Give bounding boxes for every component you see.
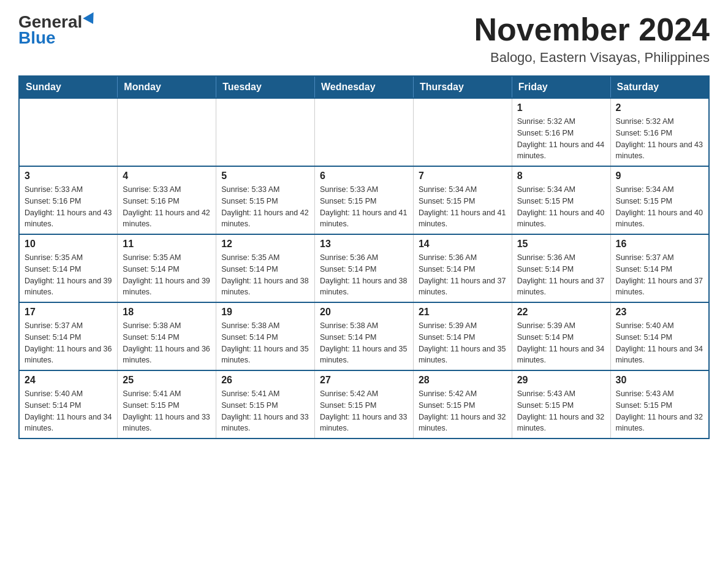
day-info: Sunrise: 5:40 AMSunset: 5:14 PMDaylight:…	[616, 320, 703, 366]
day-number: 6	[320, 170, 408, 182]
day-cell: 6Sunrise: 5:33 AMSunset: 5:15 PMDaylight…	[315, 166, 414, 234]
month-title: November 2024	[474, 12, 710, 47]
day-cell: 17Sunrise: 5:37 AMSunset: 5:14 PMDayligh…	[19, 302, 118, 370]
day-cell: 27Sunrise: 5:42 AMSunset: 5:15 PMDayligh…	[315, 370, 414, 439]
calendar-table: SundayMondayTuesdayWednesdayThursdayFrid…	[18, 75, 710, 439]
day-cell: 8Sunrise: 5:34 AMSunset: 5:15 PMDaylight…	[512, 166, 610, 234]
day-number: 3	[25, 170, 112, 182]
day-cell: 11Sunrise: 5:35 AMSunset: 5:14 PMDayligh…	[118, 234, 216, 302]
day-cell: 1Sunrise: 5:32 AMSunset: 5:16 PMDaylight…	[512, 98, 610, 166]
location: Balogo, Eastern Visayas, Philippines	[474, 50, 710, 66]
day-cell: 16Sunrise: 5:37 AMSunset: 5:14 PMDayligh…	[610, 234, 709, 302]
day-number: 17	[25, 307, 112, 318]
day-cell: 14Sunrise: 5:36 AMSunset: 5:14 PMDayligh…	[413, 234, 512, 302]
day-info: Sunrise: 5:39 AMSunset: 5:14 PMDaylight:…	[419, 320, 507, 366]
day-info: Sunrise: 5:39 AMSunset: 5:14 PMDaylight:…	[517, 320, 605, 366]
title-area: November 2024 Balogo, Eastern Visayas, P…	[474, 12, 710, 66]
header-thursday: Thursday	[413, 76, 512, 98]
day-cell: 30Sunrise: 5:43 AMSunset: 5:15 PMDayligh…	[610, 370, 709, 439]
logo-blue-text: Blue	[18, 28, 56, 48]
day-number: 13	[320, 239, 408, 250]
day-cell	[413, 98, 512, 166]
day-info: Sunrise: 5:36 AMSunset: 5:14 PMDaylight:…	[517, 252, 605, 298]
day-info: Sunrise: 5:34 AMSunset: 5:15 PMDaylight:…	[419, 184, 507, 230]
day-cell: 23Sunrise: 5:40 AMSunset: 5:14 PMDayligh…	[610, 302, 709, 370]
day-cell: 19Sunrise: 5:38 AMSunset: 5:14 PMDayligh…	[216, 302, 315, 370]
day-number: 10	[25, 239, 112, 250]
day-info: Sunrise: 5:43 AMSunset: 5:15 PMDaylight:…	[517, 388, 605, 434]
day-number: 9	[616, 170, 703, 182]
day-cell: 20Sunrise: 5:38 AMSunset: 5:14 PMDayligh…	[315, 302, 414, 370]
day-cell: 24Sunrise: 5:40 AMSunset: 5:14 PMDayligh…	[19, 370, 118, 439]
day-cell: 28Sunrise: 5:42 AMSunset: 5:15 PMDayligh…	[413, 370, 512, 439]
days-of-week-row: SundayMondayTuesdayWednesdayThursdayFrid…	[19, 76, 709, 98]
day-cell: 10Sunrise: 5:35 AMSunset: 5:14 PMDayligh…	[19, 234, 118, 302]
day-number: 12	[221, 239, 309, 250]
day-cell: 12Sunrise: 5:35 AMSunset: 5:14 PMDayligh…	[216, 234, 315, 302]
day-cell: 22Sunrise: 5:39 AMSunset: 5:14 PMDayligh…	[512, 302, 610, 370]
logo: General Blue	[18, 12, 97, 48]
day-number: 20	[320, 307, 408, 318]
day-cell: 13Sunrise: 5:36 AMSunset: 5:14 PMDayligh…	[315, 234, 414, 302]
calendar-header: SundayMondayTuesdayWednesdayThursdayFrid…	[19, 76, 709, 98]
day-number: 1	[517, 102, 605, 113]
day-cell	[216, 98, 315, 166]
week-row-4: 17Sunrise: 5:37 AMSunset: 5:14 PMDayligh…	[19, 302, 709, 370]
header-saturday: Saturday	[610, 76, 709, 98]
day-cell: 18Sunrise: 5:38 AMSunset: 5:14 PMDayligh…	[118, 302, 216, 370]
day-cell: 26Sunrise: 5:41 AMSunset: 5:15 PMDayligh…	[216, 370, 315, 439]
day-number: 19	[221, 307, 309, 318]
calendar-body: 1Sunrise: 5:32 AMSunset: 5:16 PMDaylight…	[19, 98, 709, 439]
day-info: Sunrise: 5:38 AMSunset: 5:14 PMDaylight:…	[221, 320, 309, 366]
day-number: 21	[419, 307, 507, 318]
day-cell: 5Sunrise: 5:33 AMSunset: 5:15 PMDaylight…	[216, 166, 315, 234]
day-info: Sunrise: 5:36 AMSunset: 5:14 PMDaylight:…	[419, 252, 507, 298]
day-info: Sunrise: 5:35 AMSunset: 5:14 PMDaylight:…	[123, 252, 211, 298]
week-row-2: 3Sunrise: 5:33 AMSunset: 5:16 PMDaylight…	[19, 166, 709, 234]
day-info: Sunrise: 5:33 AMSunset: 5:15 PMDaylight:…	[221, 184, 309, 230]
day-cell: 9Sunrise: 5:34 AMSunset: 5:15 PMDaylight…	[610, 166, 709, 234]
day-info: Sunrise: 5:35 AMSunset: 5:14 PMDaylight:…	[221, 252, 309, 298]
day-info: Sunrise: 5:43 AMSunset: 5:15 PMDaylight:…	[616, 388, 703, 434]
header-tuesday: Tuesday	[216, 76, 315, 98]
day-cell: 3Sunrise: 5:33 AMSunset: 5:16 PMDaylight…	[19, 166, 118, 234]
day-cell	[315, 98, 414, 166]
day-info: Sunrise: 5:33 AMSunset: 5:16 PMDaylight:…	[25, 184, 112, 230]
day-info: Sunrise: 5:41 AMSunset: 5:15 PMDaylight:…	[123, 388, 211, 434]
header-wednesday: Wednesday	[315, 76, 414, 98]
day-number: 30	[616, 375, 703, 386]
day-info: Sunrise: 5:41 AMSunset: 5:15 PMDaylight:…	[221, 388, 309, 434]
header-monday: Monday	[118, 76, 216, 98]
day-cell: 2Sunrise: 5:32 AMSunset: 5:16 PMDaylight…	[610, 98, 709, 166]
day-info: Sunrise: 5:33 AMSunset: 5:16 PMDaylight:…	[123, 184, 211, 230]
week-row-1: 1Sunrise: 5:32 AMSunset: 5:16 PMDaylight…	[19, 98, 709, 166]
week-row-3: 10Sunrise: 5:35 AMSunset: 5:14 PMDayligh…	[19, 234, 709, 302]
day-cell: 4Sunrise: 5:33 AMSunset: 5:16 PMDaylight…	[118, 166, 216, 234]
day-number: 24	[25, 375, 112, 386]
day-cell	[118, 98, 216, 166]
day-info: Sunrise: 5:34 AMSunset: 5:15 PMDaylight:…	[517, 184, 605, 230]
header-friday: Friday	[512, 76, 610, 98]
day-info: Sunrise: 5:38 AMSunset: 5:14 PMDaylight:…	[320, 320, 408, 366]
page-header: General Blue November 2024 Balogo, Easte…	[18, 12, 710, 66]
day-number: 16	[616, 239, 703, 250]
day-number: 29	[517, 375, 605, 386]
day-number: 14	[419, 239, 507, 250]
day-cell: 25Sunrise: 5:41 AMSunset: 5:15 PMDayligh…	[118, 370, 216, 439]
day-cell: 29Sunrise: 5:43 AMSunset: 5:15 PMDayligh…	[512, 370, 610, 439]
day-number: 22	[517, 307, 605, 318]
day-info: Sunrise: 5:32 AMSunset: 5:16 PMDaylight:…	[616, 116, 703, 162]
day-number: 7	[419, 170, 507, 182]
day-number: 26	[221, 375, 309, 386]
day-number: 15	[517, 239, 605, 250]
week-row-5: 24Sunrise: 5:40 AMSunset: 5:14 PMDayligh…	[19, 370, 709, 439]
day-info: Sunrise: 5:38 AMSunset: 5:14 PMDaylight:…	[123, 320, 211, 366]
day-number: 11	[123, 239, 211, 250]
day-info: Sunrise: 5:35 AMSunset: 5:14 PMDaylight:…	[25, 252, 112, 298]
day-number: 23	[616, 307, 703, 318]
day-cell	[19, 98, 118, 166]
day-number: 8	[517, 170, 605, 182]
day-number: 28	[419, 375, 507, 386]
day-info: Sunrise: 5:36 AMSunset: 5:14 PMDaylight:…	[320, 252, 408, 298]
day-number: 25	[123, 375, 211, 386]
